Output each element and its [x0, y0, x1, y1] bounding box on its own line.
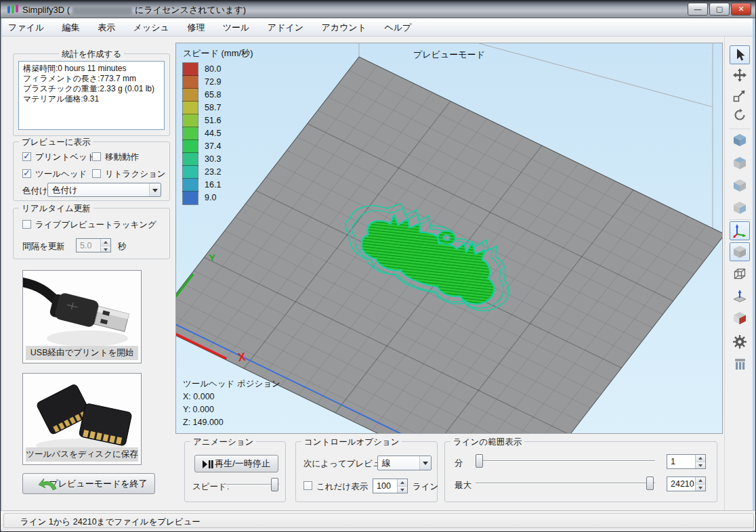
titlebar[interactable]: Simplify3D (にライセンスされています) — ▢ ✕: [1, 1, 756, 18]
menu-view[interactable]: 表示: [90, 18, 123, 37]
checkbox-retraction[interactable]: ✓: [92, 169, 101, 178]
viewport-3d[interactable]: Y X プレビューモード スピード (mm/秒) 80.0 72.9 65.8 …: [175, 43, 723, 434]
app-logo-icon: [7, 4, 19, 15]
checkbox-show-only[interactable]: ✓: [303, 481, 312, 490]
solid-model-tool[interactable]: [730, 242, 750, 261]
cross-section-cube-icon: [732, 310, 748, 326]
spin-down-icon[interactable]: [696, 462, 705, 468]
range-max-spinner[interactable]: 24210: [667, 476, 706, 491]
legend-value: 44.5: [205, 129, 221, 138]
spin-down-icon[interactable]: [101, 246, 110, 252]
animation-title: アニメーション: [190, 437, 256, 448]
menu-repair[interactable]: 修理: [180, 18, 212, 37]
range-min-slider[interactable]: [476, 454, 655, 468]
menu-account[interactable]: アカウント: [314, 18, 374, 37]
preview-by-dropdown-button[interactable]: [419, 456, 431, 470]
toolhead-x: X: 0.000: [183, 391, 280, 403]
checkbox-live-preview[interactable]: ✓: [22, 220, 31, 229]
coloring-dropdown-button[interactable]: [149, 183, 161, 196]
maximize-button[interactable]: ▢: [709, 3, 730, 16]
stat-build-time: 構築時間:0 hours 11 minutes: [23, 64, 160, 74]
surface-normals-tool[interactable]: [730, 286, 750, 305]
legend-swatch: [183, 153, 198, 166]
menubar: ファイル 編集 表示 メッシュ 修理 ツール アドイン アカウント ヘルプ: [1, 18, 756, 37]
move-arrows-icon: [732, 67, 748, 83]
view-top-cube-icon: [732, 155, 748, 171]
scale-icon: [732, 87, 748, 104]
interval-spinner[interactable]: 5.0: [76, 238, 111, 252]
legend-swatch: [183, 179, 198, 192]
speed-legend: スピード (mm/秒) 80.0 72.9 65.8 58.7 51.6 44.…: [183, 47, 253, 204]
stats-box: 構築時間:0 hours 11 minutes フィラメントの長さ:773.7 …: [18, 61, 165, 130]
save-toolpaths-button[interactable]: ツールパスをディスクに保存: [22, 373, 142, 465]
spin-up-icon[interactable]: [696, 477, 705, 484]
checkbox-tool-head[interactable]: ✓: [22, 169, 31, 178]
move-tool[interactable]: [730, 66, 750, 85]
exit-preview-label: プレビューモードを終了: [49, 479, 147, 489]
preview-by-dropdown[interactable]: 線: [377, 456, 432, 470]
checkbox-print-bed[interactable]: ✓: [22, 152, 31, 161]
show-only-label: これだけ表示: [316, 481, 368, 493]
toolbar-separator: [729, 219, 751, 220]
view-iso-tool[interactable]: [730, 131, 750, 150]
legend-value: 80.0: [205, 64, 221, 74]
menu-tools[interactable]: ツール: [215, 18, 257, 37]
print-over-usb-button[interactable]: USB経由でプリントを開始: [22, 270, 142, 363]
menu-addins[interactable]: アドイン: [260, 18, 311, 37]
line-range-title: ラインの範囲表示: [450, 437, 524, 448]
range-min-label: 分: [455, 458, 463, 469]
legend-swatch: [183, 140, 198, 153]
range-max-label: 最大: [455, 480, 471, 491]
range-max-value: 24210: [671, 479, 694, 489]
speed-slider[interactable]: [222, 478, 279, 491]
animation-group: アニメーション 再生/一時停止 スピード:: [184, 441, 286, 502]
scale-tool[interactable]: [730, 86, 750, 105]
gear-icon: [732, 334, 748, 350]
range-min-spinner[interactable]: 1: [667, 454, 706, 469]
settings-tool[interactable]: [730, 332, 750, 351]
axes-icon: [732, 223, 748, 239]
supports-tool[interactable]: [730, 355, 750, 374]
range-max-slider[interactable]: [476, 476, 655, 490]
exit-preview-button[interactable]: プレビューモードを終了: [22, 473, 155, 494]
view-front-cube-icon: [732, 177, 748, 194]
statusbar-text: ライン 1から 24210までファイルをプレビュー: [20, 516, 201, 528]
toolhead-title: ツールヘッド ポジション: [183, 378, 280, 391]
normal-arrow-icon: [732, 288, 748, 304]
stat-plastic-weight: プラスチックの重量:2.33 g (0.01 lb): [23, 84, 160, 94]
range-max-thumb[interactable]: [646, 476, 654, 490]
coloring-dropdown[interactable]: 色付け: [47, 183, 161, 197]
legend-value: 37.4: [205, 141, 221, 151]
show-only-spinner[interactable]: 100: [373, 479, 408, 493]
select-cursor-tool[interactable]: [730, 45, 750, 64]
coordinate-axes-tool[interactable]: [730, 221, 750, 240]
menu-edit[interactable]: 編集: [55, 18, 87, 37]
rotate-tool[interactable]: [730, 106, 750, 125]
menu-help[interactable]: ヘルプ: [377, 18, 419, 37]
legend-value: 30.3: [205, 154, 221, 164]
view-front-tool[interactable]: [730, 176, 750, 195]
view-side-tool[interactable]: [730, 198, 750, 217]
view-top-tool[interactable]: [730, 154, 750, 173]
menu-file[interactable]: ファイル: [1, 18, 51, 37]
spin-down-icon[interactable]: [398, 486, 407, 493]
preview-by-value: 線: [382, 458, 391, 469]
green-back-arrow-icon: [38, 478, 57, 491]
minimize-button[interactable]: —: [688, 3, 708, 16]
legend-value: 23.2: [205, 167, 221, 177]
close-button[interactable]: ✕: [731, 3, 751, 16]
checkbox-travel-moves[interactable]: ✓: [92, 152, 101, 161]
spin-up-icon[interactable]: [696, 455, 705, 462]
spin-down-icon[interactable]: [696, 484, 705, 491]
cross-section-tool[interactable]: [730, 309, 750, 328]
play-pause-button[interactable]: 再生/一時停止: [194, 455, 278, 472]
stats-group-title: 統計を作成する: [59, 49, 124, 60]
interval-value: 5.0: [80, 241, 91, 250]
wireframe-tool[interactable]: [730, 265, 750, 284]
range-min-thumb[interactable]: [476, 454, 483, 468]
menu-mesh[interactable]: メッシュ: [126, 18, 177, 37]
spin-up-icon[interactable]: [398, 479, 407, 486]
speed-slider-thumb[interactable]: [271, 478, 278, 491]
stats-group: 統計を作成する 構築時間:0 hours 11 minutes フィラメントの長…: [13, 53, 170, 136]
spin-up-icon[interactable]: [101, 239, 110, 246]
